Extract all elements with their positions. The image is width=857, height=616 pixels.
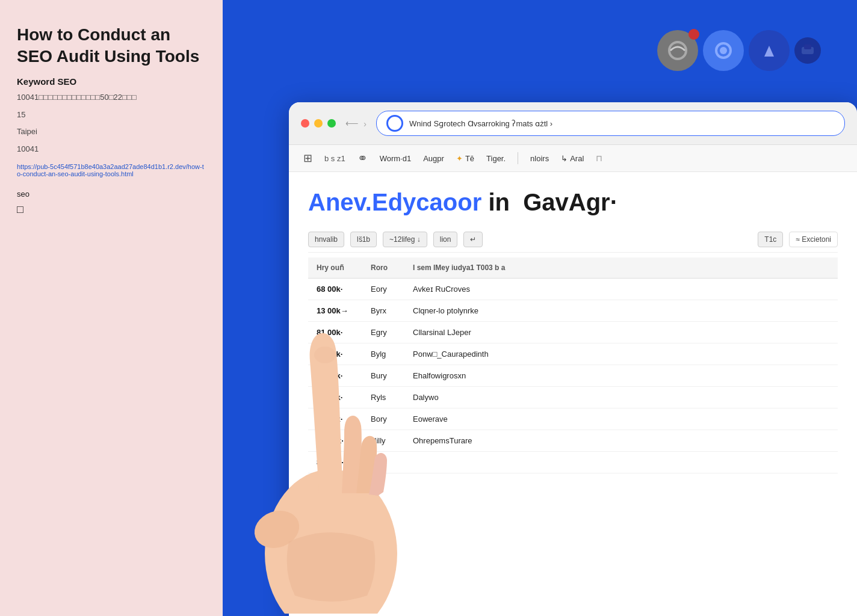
cell-desc-3: Ponw□_Caurapedinth — [404, 343, 838, 365]
page-header: Anev. Edycaoor in GavAgr· — [308, 189, 838, 216]
sidebar: How to Conduct an SEO Audit Using Tools … — [0, 0, 223, 616]
sidebar-tag-icon: □ — [17, 203, 206, 216]
cell-desc-8 — [404, 452, 838, 473]
svg-rect-4 — [804, 45, 811, 49]
header-part-2: Edycaoor — [372, 189, 481, 216]
svg-point-7 — [314, 346, 336, 363]
forward-icon[interactable]: › — [364, 119, 367, 129]
sidebar-keyword: Keyword SEO — [17, 76, 206, 87]
cell-desc-2: Cllarsinal LJeper — [404, 322, 838, 343]
tl-green[interactable] — [327, 119, 336, 128]
nav-item-te[interactable]: ✦ Tē — [456, 154, 474, 163]
sidebar-url[interactable]: https://pub-5c454f571b8e40a3a2aad27ade84… — [17, 163, 206, 177]
nav-divider — [518, 152, 518, 164]
deco-icon-3 — [749, 30, 790, 71]
cell-desc-7: OhrepemsTurare — [404, 430, 838, 452]
nav-item-augpr[interactable]: Augpr — [423, 154, 444, 163]
nav-item-worm[interactable]: Worm·d1 — [380, 154, 412, 163]
back-icon[interactable]: ⟵ — [345, 118, 359, 129]
cell-desc-5: Dalywo — [404, 387, 838, 408]
tl-red[interactable] — [301, 119, 309, 128]
sidebar-meta-line4: 10041 — [17, 143, 206, 156]
sidebar-title: How to Conduct an SEO Audit Using Tools — [17, 24, 206, 68]
deco-icons — [657, 30, 821, 71]
sidebar-meta-line2: 15 — [17, 109, 206, 122]
table-toolbar: hnvalib ls̈1b ~12lifeg ↓ lion ↵ T1c ≈ Ex… — [308, 227, 838, 253]
nav-item-bsz[interactable]: b s z1 — [324, 154, 345, 163]
deco-red-dot — [688, 29, 699, 40]
cell-desc-6: Eowerave — [404, 408, 838, 430]
cell-desc-1: Clqner-lo ptolynrke — [404, 300, 838, 322]
toolbar-filter-arrow[interactable]: ↵ — [463, 232, 483, 247]
deco-icon-2 — [703, 30, 744, 71]
sidebar-tag: seo — [17, 189, 206, 199]
svg-point-2 — [720, 47, 727, 54]
nav-item-tiger[interactable]: Tiger. — [486, 154, 506, 163]
svg-point-0 — [669, 42, 686, 59]
arrow-icon: ↳ — [561, 154, 568, 163]
star-icon: ✦ — [456, 154, 463, 163]
cell-desc-0: Avkeɪ RuCroves — [404, 279, 838, 300]
nav-arrows: ⟵ › — [345, 118, 367, 129]
browser-nav: ⊞ b s z1 ⚭ Worm·d1 Augpr ✦ Tē Tiger. nlo… — [289, 145, 857, 172]
nav-item-aral[interactable]: ↳ Aral — [561, 154, 584, 163]
toolbar-filter-lion[interactable]: lion — [433, 232, 458, 247]
nav-item-nloirs[interactable]: nloirs — [530, 154, 549, 163]
cell-desc-4: Ehalfowigrosxn — [404, 365, 838, 387]
header-part-3: in — [481, 189, 510, 216]
traffic-lights — [301, 119, 336, 128]
toolbar-excl[interactable]: ≈ Excietoni — [789, 232, 838, 247]
toolbar-filter-12lifeg[interactable]: ~12lifeg ↓ — [383, 232, 427, 247]
address-circle-icon — [386, 115, 403, 132]
toolbar-filter-t1c[interactable]: T1c — [758, 232, 783, 247]
toolbar-filter-lstb[interactable]: ls̈1b — [350, 232, 377, 247]
nav-icon-grid[interactable]: ⊞ — [303, 152, 312, 165]
address-text: Wnind Sɡrotech Ɑvsarroking ʔmats ɑżtl › — [409, 119, 552, 128]
toolbar-filter-hnvalib[interactable]: hnvalib — [308, 232, 344, 247]
sidebar-meta-line3: Taipei — [17, 126, 206, 138]
th-desc[interactable]: I sem IMey iudya1 T003 b a — [404, 257, 838, 279]
tl-yellow[interactable] — [314, 119, 323, 128]
address-bar[interactable]: Wnind Sɡrotech Ɑvsarroking ʔmats ɑżtl › — [376, 111, 845, 136]
hand-overlay — [241, 265, 421, 616]
header-part-4: GavAgr· — [510, 189, 617, 216]
header-part-1: Anev. — [308, 189, 372, 216]
nav-expand-icon: ⊓ — [596, 153, 602, 163]
browser-topbar: ⟵ › Wnind Sɡrotech Ɑvsarroking ʔmats ɑżt… — [289, 102, 857, 145]
nav-icon-link[interactable]: ⚭ — [357, 151, 368, 165]
deco-icon-4 — [794, 37, 821, 64]
main-area: ⟵ › Wnind Sɡrotech Ɑvsarroking ʔmats ɑżt… — [223, 0, 857, 616]
sidebar-meta-line1: 10041□□□□□□□□□□□□□50□22□□□ — [17, 91, 206, 104]
